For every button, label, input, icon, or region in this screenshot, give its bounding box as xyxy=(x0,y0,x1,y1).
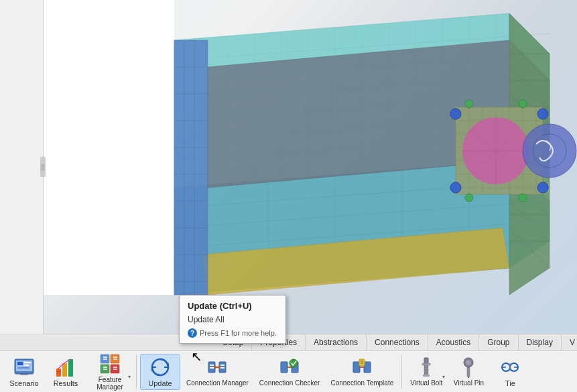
svg-rect-107 xyxy=(62,363,67,377)
virtual-pin-button[interactable]: Virtual Pin xyxy=(448,354,489,390)
tab-group[interactable]: Group xyxy=(479,334,518,350)
feature-manager-label-btn: Feature Manager xyxy=(97,376,123,391)
results-button[interactable]: Results xyxy=(46,354,86,390)
tooltip-popup: Update (Ctrl+U) Update All ? Press F1 fo… xyxy=(179,295,286,344)
connection-template-icon xyxy=(351,356,373,378)
svg-rect-108 xyxy=(68,359,73,377)
svg-point-127 xyxy=(218,366,220,369)
results-label: Results xyxy=(54,379,78,387)
svg-rect-105 xyxy=(20,374,28,375)
svg-point-87 xyxy=(519,194,527,202)
connection-checker-label: Connection Checker xyxy=(259,379,320,387)
tooltip-help: ? Press F1 for more help. xyxy=(188,328,277,338)
viewport: || xyxy=(0,0,577,334)
tab-display[interactable]: Display xyxy=(519,334,562,350)
update-icon xyxy=(149,356,171,378)
toolbar-buttons: Scenario Results xyxy=(0,351,577,392)
svg-rect-132 xyxy=(281,362,287,373)
virtual-pin-icon xyxy=(458,356,479,378)
tooltip-title: Update (Ctrl+U) xyxy=(188,301,277,311)
connection-manager-icon xyxy=(206,356,228,378)
tab-acoustics[interactable]: Acoustics xyxy=(428,334,479,350)
help-icon: ? xyxy=(188,328,197,338)
separator-1 xyxy=(136,355,137,389)
virtual-bolt-icon xyxy=(415,356,437,378)
svg-rect-143 xyxy=(422,363,430,365)
update-button[interactable]: Update xyxy=(140,354,180,390)
separator-2 xyxy=(401,355,402,389)
svg-rect-129 xyxy=(210,367,214,369)
tie-label: Tie xyxy=(505,379,515,387)
svg-rect-103 xyxy=(24,365,29,366)
toolbar: Setup Properties Abstractions Connection… xyxy=(0,334,577,392)
svg-rect-142 xyxy=(424,358,428,363)
mesh-canvas: || xyxy=(0,0,577,334)
connection-template-button[interactable]: Connection Template xyxy=(326,354,398,390)
svg-rect-101 xyxy=(17,362,23,365)
virtual-pin-label: Virtual Pin xyxy=(454,379,484,387)
svg-rect-148 xyxy=(423,375,430,377)
tab-abstractions[interactable]: Abstractions xyxy=(306,334,367,350)
update-label: Update xyxy=(148,379,172,387)
virtual-bolt-label: Virtual Bolt xyxy=(410,379,442,387)
svg-rect-151 xyxy=(467,367,470,377)
svg-rect-109 xyxy=(56,371,61,372)
svg-rect-139 xyxy=(359,359,365,366)
results-icon xyxy=(55,356,76,378)
feature-manager-arrow: ▾ xyxy=(128,374,131,380)
svg-rect-102 xyxy=(24,362,31,363)
svg-point-80 xyxy=(450,109,461,119)
connection-checker-icon xyxy=(279,356,300,378)
feature-manager-icon xyxy=(99,353,121,375)
connection-manager-label: Connection Manager xyxy=(186,379,249,387)
connection-manager-button[interactable]: Connection Manager xyxy=(182,354,253,390)
svg-rect-104 xyxy=(17,367,29,369)
scenario-label: Scenario xyxy=(9,379,38,387)
svg-point-150 xyxy=(466,360,471,365)
svg-rect-128 xyxy=(210,365,214,366)
svg-rect-131 xyxy=(220,367,225,369)
tab-connections[interactable]: Connections xyxy=(367,334,428,350)
feature-manager-button[interactable]: Feature Manager ▾ xyxy=(87,354,133,390)
svg-point-83 xyxy=(537,182,548,193)
svg-rect-106 xyxy=(56,369,61,377)
svg-point-86 xyxy=(465,194,473,202)
virtual-bolt-arrow: ▾ xyxy=(442,374,445,380)
scenario-button[interactable]: Scenario xyxy=(4,354,44,390)
panel-resize-handle[interactable]: || xyxy=(40,157,46,177)
connection-checker-button[interactable]: Connection Checker xyxy=(255,354,325,390)
tab-v[interactable]: V xyxy=(562,334,577,350)
svg-rect-130 xyxy=(220,365,225,366)
svg-point-81 xyxy=(450,182,461,193)
tooltip-update-all[interactable]: Update All xyxy=(188,314,277,326)
mesh-svg xyxy=(0,0,577,334)
tie-button[interactable]: Tie xyxy=(490,354,530,390)
connection-template-label: Connection Template xyxy=(330,379,393,387)
virtual-bolt-button[interactable]: Virtual Bolt ▾ xyxy=(405,354,447,390)
svg-point-84 xyxy=(465,100,473,108)
svg-point-126 xyxy=(214,366,216,369)
svg-point-82 xyxy=(537,109,548,119)
left-panel: || xyxy=(0,0,44,334)
scenario-icon xyxy=(13,356,35,378)
svg-point-85 xyxy=(519,100,527,108)
toolbar-tabs: Setup Properties Abstractions Connection… xyxy=(0,334,577,351)
svg-point-135 xyxy=(290,359,298,367)
tie-icon xyxy=(499,356,521,378)
